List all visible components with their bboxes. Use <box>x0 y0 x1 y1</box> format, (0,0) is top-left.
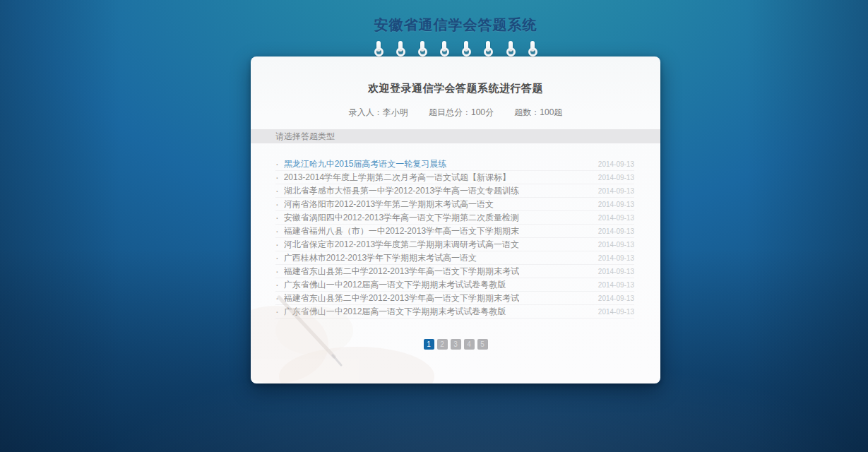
binder-pin-icon <box>439 41 449 56</box>
quiz-date: 2014-09-13 <box>598 295 634 302</box>
bullet-icon: · <box>275 213 279 222</box>
bullet-icon: · <box>275 172 279 182</box>
list-item[interactable]: · 广东省佛山一中2012届高一语文下学期期末考试试卷粤教版 2014-09-1… <box>275 278 634 292</box>
bullet-icon: · <box>275 253 279 263</box>
quiz-date: 2014-09-13 <box>598 160 634 168</box>
quiz-link[interactable]: 湖北省孝感市大悟县第一中学2012-2013学年高一语文专题训练 <box>284 185 519 197</box>
quiz-date: 2014-09-13 <box>598 268 634 275</box>
quiz-link[interactable]: 河南省洛阳市2012-2013学年第二学期期末考试高一语文 <box>284 198 494 210</box>
page-button-3[interactable]: 3 <box>451 339 461 350</box>
desktop-background: 安徽省通信学会答题系统 欢迎登录通信学会答题系统进行答题 录入人：李小明 题目总… <box>0 0 868 452</box>
quiz-link[interactable]: 广西桂林市2012-2013学年下学期期末考试高一语文 <box>284 252 477 264</box>
binder-pin-icon <box>461 41 471 56</box>
list-item[interactable]: · 广东省佛山一中2012届高一语文下学期期末考试试卷粤教版 2014-09-1… <box>275 305 634 319</box>
binder-pin-icon <box>528 41 537 56</box>
quiz-link[interactable]: 广东省佛山一中2012届高一语文下学期期末考试试卷粤教版 <box>284 279 506 291</box>
quiz-date: 2014-09-13 <box>598 281 634 289</box>
section-bar: 请选择答题类型 <box>251 129 660 143</box>
quiz-date: 2014-09-13 <box>598 214 634 222</box>
bullet-icon: · <box>275 199 279 209</box>
quiz-date: 2014-09-13 <box>598 308 634 316</box>
quiz-link[interactable]: 福建省东山县第二中学2012-2013学年高一语文下学期期末考试 <box>284 292 519 304</box>
quiz-date: 2014-09-13 <box>598 241 634 249</box>
binder-pin-icon <box>396 41 405 56</box>
page-button-4[interactable]: 4 <box>464 339 475 350</box>
list-item[interactable]: · 黑龙江哈九中2015届高考语文一轮复习晨练 2014-09-13 <box>275 157 634 171</box>
list-item[interactable]: · 福建省东山县第二中学2012-2013学年高一语文下学期期末考试 2014-… <box>275 265 634 278</box>
page-button-2[interactable]: 2 <box>437 339 448 350</box>
list-item[interactable]: · 福建省福州八县（市）一中2012-2013学年高一语文下学期期末 2014-… <box>275 225 634 238</box>
bullet-icon: · <box>275 186 279 196</box>
bullet-icon: · <box>275 293 279 303</box>
list-item[interactable]: · 湖北省孝感市大悟县第一中学2012-2013学年高一语文专题训练 2014-… <box>275 184 634 198</box>
recorder-info: 录入人：李小明 <box>349 107 408 117</box>
list-item[interactable]: · 安徽省涡阳四中2012-2013学年高一语文下学期第二次质量检测 2014-… <box>275 211 634 225</box>
quiz-link[interactable]: 福建省福州八县（市）一中2012-2013学年高一语文下学期期末 <box>284 225 519 237</box>
question-count-info: 题数：100题 <box>514 107 562 117</box>
quiz-date: 2014-09-13 <box>598 201 634 208</box>
quiz-card: 欢迎登录通信学会答题系统进行答题 录入人：李小明 题目总分：100分 题数：10… <box>251 56 660 383</box>
quiz-date: 2014-09-13 <box>598 254 634 262</box>
pagination: 12345 <box>251 337 660 350</box>
bullet-icon: · <box>275 226 279 236</box>
quiz-link[interactable]: 河北省保定市2012-2013学年度第二学期期末调研考试高一语文 <box>284 239 519 251</box>
page-title: 安徽省通信学会答题系统 <box>251 16 660 35</box>
page-button-5[interactable]: 5 <box>477 339 488 350</box>
bullet-icon: · <box>275 307 279 316</box>
quiz-list: · 黑龙江哈九中2015届高考语文一轮复习晨练 2014-09-13 · 201… <box>275 157 634 319</box>
quiz-link[interactable]: 黑龙江哈九中2015届高考语文一轮复习晨练 <box>284 158 447 170</box>
binder-pins <box>251 41 660 62</box>
section-bar-label: 请选择答题类型 <box>275 131 335 141</box>
list-item[interactable]: · 河北省保定市2012-2013学年度第二学期期末调研考试高一语文 2014-… <box>275 238 634 251</box>
list-item[interactable]: · 福建省东山县第二中学2012-2013学年高一语文下学期期末考试 2014-… <box>275 292 634 305</box>
welcome-heading: 欢迎登录通信学会答题系统进行答题 <box>265 82 646 95</box>
page-button-1[interactable]: 1 <box>424 339 434 350</box>
bullet-icon: · <box>275 280 279 290</box>
total-score-info: 题目总分：100分 <box>429 107 494 117</box>
quiz-link[interactable]: 福建省东山县第二中学2012-2013学年高一语文下学期期末考试 <box>284 266 519 278</box>
binder-pin-icon <box>483 41 493 56</box>
bullet-icon: · <box>275 239 279 249</box>
session-info: 录入人：李小明 题目总分：100分 题数：100题 <box>251 107 660 119</box>
quiz-link[interactable]: 安徽省涡阳四中2012-2013学年高一语文下学期第二次质量检测 <box>284 212 519 224</box>
quiz-date: 2014-09-13 <box>598 227 634 235</box>
quiz-date: 2014-09-13 <box>598 187 634 195</box>
list-item[interactable]: · 广西桂林市2012-2013学年下学期期末考试高一语文 2014-09-13 <box>275 251 634 265</box>
bullet-icon: · <box>275 159 279 169</box>
bullet-icon: · <box>275 266 279 276</box>
binder-pin-icon <box>417 41 427 56</box>
list-item[interactable]: · 河南省洛阳市2012-2013学年第二学期期末考试高一语文 2014-09-… <box>275 198 634 211</box>
list-item[interactable]: · 2013-2014学年度上学期第二次月考高一语文试题【新课标】 2014-0… <box>275 171 634 184</box>
quiz-link[interactable]: 广东省佛山一中2012届高一语文下学期期末考试试卷粤教版 <box>284 306 506 318</box>
binder-pin-icon <box>506 41 516 56</box>
quiz-date: 2014-09-13 <box>598 174 634 182</box>
binder-pin-icon <box>374 41 384 56</box>
quiz-link[interactable]: 2013-2014学年度上学期第二次月考高一语文试题【新课标】 <box>284 172 511 184</box>
